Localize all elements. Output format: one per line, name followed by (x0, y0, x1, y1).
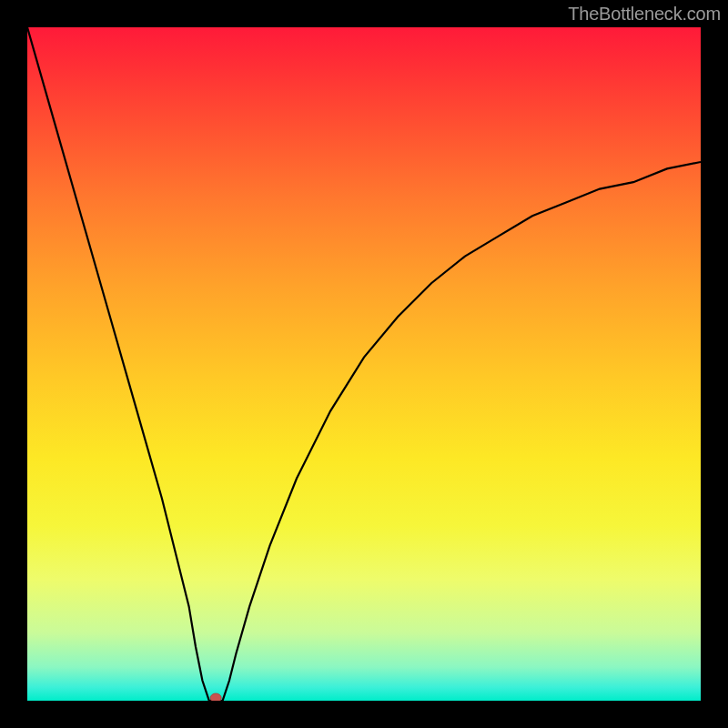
bottleneck-curve-path (27, 27, 701, 701)
watermark-text: TheBottleneck.com (568, 4, 721, 25)
bottleneck-line-chart (27, 27, 701, 701)
chart-frame: TheBottleneck.com (0, 0, 728, 728)
optimum-marker (210, 693, 221, 701)
